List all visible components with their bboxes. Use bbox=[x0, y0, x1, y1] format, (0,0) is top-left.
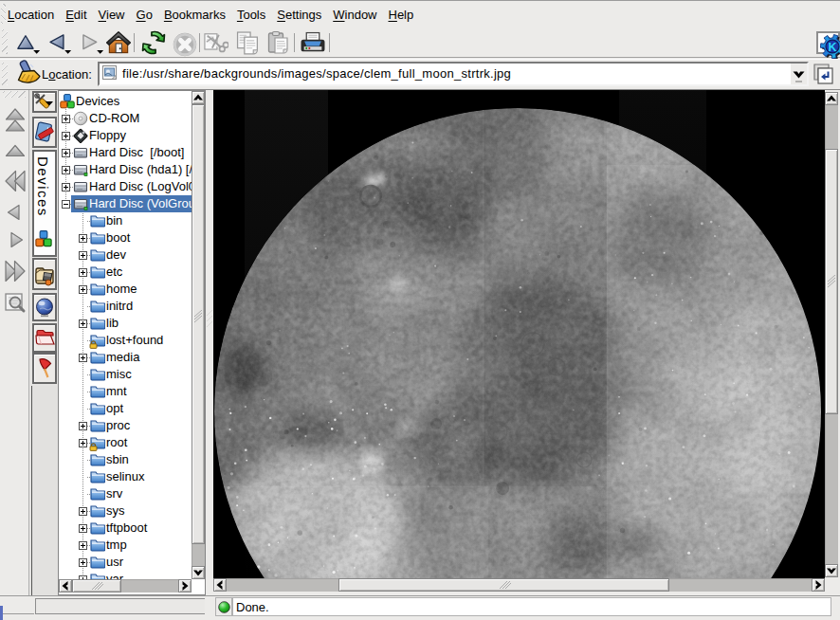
svg-text:K: K bbox=[829, 41, 837, 54]
